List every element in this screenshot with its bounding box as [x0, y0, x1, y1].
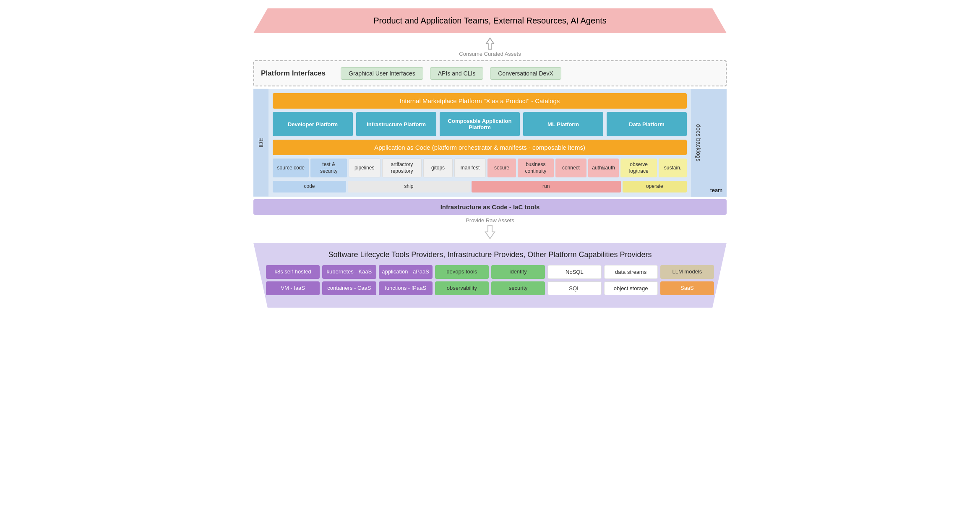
pipelines-box: pipelines	[349, 159, 381, 177]
sustain-box: sustain.	[659, 159, 687, 177]
secure-box: secure	[487, 159, 516, 177]
kubernetes-kaas: kubernetes - KaaS	[322, 265, 376, 279]
iac-bar: Infrastructure as Code - IaC tools	[253, 199, 727, 215]
saas: SaaS	[660, 281, 714, 295]
functions-fpaas: functions - fPaaS	[379, 281, 433, 295]
observe-log-box: observe log/trace	[620, 159, 657, 177]
svg-marker-0	[486, 38, 494, 49]
llm-models: LLM models	[660, 265, 714, 279]
ide-label: IDE	[253, 89, 268, 197]
business-continuity-box: business continuity	[518, 159, 554, 177]
team-label: team	[706, 89, 727, 197]
top-banner: Product and Application Teams, External …	[253, 8, 727, 33]
data-streams: data streams	[604, 265, 658, 279]
bottom-row2: VM - IaaS containers - CaaS functions - …	[266, 281, 714, 295]
platform-interfaces-title: Platform Interfaces	[261, 69, 326, 78]
docs-backlogs-label: docs backlogs	[691, 89, 706, 197]
object-storage: object storage	[604, 281, 658, 295]
manifest-box: manifest	[454, 159, 486, 177]
bottom-row1: k8s self-hosted kubernetes - KaaS applic…	[266, 265, 714, 279]
team-label-text: team	[710, 187, 722, 193]
gitops-box: gitops	[423, 159, 452, 177]
containers-caas: containers - CaaS	[322, 281, 376, 295]
k8s-selfhosted: k8s self-hosted	[266, 265, 320, 279]
svg-marker-1	[485, 225, 495, 239]
devops-tools: devops tools	[435, 265, 489, 279]
ship-category: ship	[348, 181, 470, 192]
auth-auth-box: auth&auth	[588, 159, 619, 177]
main-platform-box: IDE Internal Marketplace Platform "X as …	[253, 89, 727, 197]
artifactory-box: artifactory repository	[382, 159, 422, 177]
test-security-box: test & security	[310, 159, 347, 177]
composable-app-platform-box: Composable Application Platform	[440, 112, 520, 136]
consume-label: Consume Curated Assets	[459, 51, 521, 57]
pi-badge-gui: Graphical User Interfaces	[341, 67, 423, 80]
ml-platform-box: ML Platform	[523, 112, 603, 136]
marketplace-bar: Internal Marketplace Platform "X as a Pr…	[273, 93, 687, 109]
bottom-title: Software Lifecycle Tools Providers, Infr…	[266, 250, 714, 259]
data-platform-box: Data Platform	[607, 112, 687, 136]
operate-category: operate	[623, 181, 687, 192]
pi-badge-conv: Conversational DevX	[490, 67, 561, 80]
inner-content: Internal Marketplace Platform "X as a Pr…	[268, 89, 691, 197]
bottom-trapezoid: Software Lifecycle Tools Providers, Infr…	[253, 243, 727, 308]
vm-iaas: VM - IaaS	[266, 281, 320, 295]
arrow-down-section: Consume Curated Assets	[253, 37, 727, 57]
nosql: NoSQL	[547, 265, 601, 279]
application-apaas: application - aPaaS	[379, 265, 433, 279]
security: security	[491, 281, 545, 295]
observability: observability	[435, 281, 489, 295]
sql: SQL	[547, 281, 601, 295]
category-row: code ship run operate	[273, 181, 687, 192]
arrow-up-icon	[484, 224, 496, 239]
code-category: code	[273, 181, 346, 192]
pi-badge-apis: APIs and CLIs	[430, 67, 484, 80]
platform-boxes-row: Developer Platform Infrastructure Platfo…	[273, 112, 687, 136]
provide-label: Provide Raw Assets	[466, 217, 514, 224]
small-boxes-row: source code test & security pipelines ar…	[273, 159, 687, 177]
run-category: run	[472, 181, 621, 192]
platform-interfaces-section: Platform Interfaces Graphical User Inter…	[253, 60, 727, 86]
identity: identity	[491, 265, 545, 279]
top-banner-text: Product and Application Teams, External …	[373, 16, 607, 25]
arrow-down-icon	[484, 37, 496, 50]
developer-platform-box: Developer Platform	[273, 112, 353, 136]
source-code-box: source code	[273, 159, 309, 177]
arrow-up-section: Provide Raw Assets	[253, 217, 727, 239]
infrastructure-platform-box: Infrastructure Platform	[356, 112, 436, 136]
app-as-code-bar: Application as Code (platform orchestrat…	[273, 140, 687, 155]
connect-box: connect	[555, 159, 586, 177]
